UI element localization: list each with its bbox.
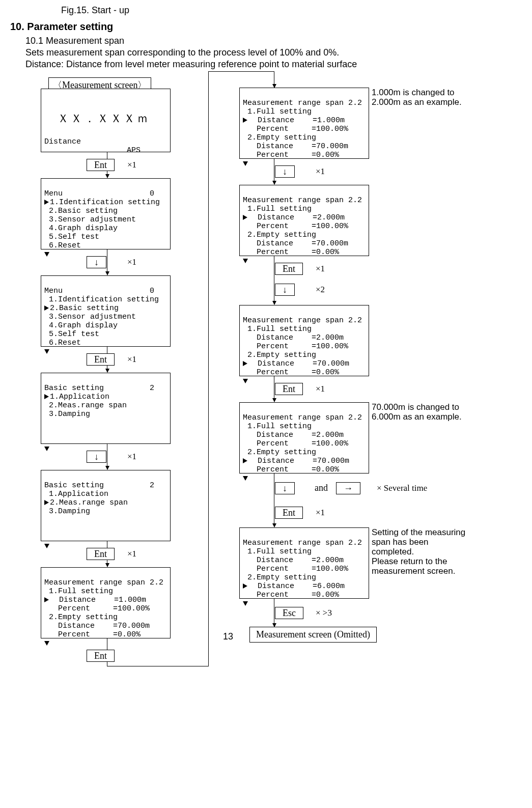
screen-line: Distance =70.000m xyxy=(248,457,349,465)
down-button[interactable]: ↓ xyxy=(275,165,295,178)
down-button[interactable]: ↓ xyxy=(275,284,295,296)
ent-button[interactable]: Ent xyxy=(275,263,303,275)
screen-line: 2.Empty setting xyxy=(247,133,316,142)
screen-line: 2.Empty setting xyxy=(49,613,118,622)
flow-diagram: 〈Measurement screen〉 ＸＸ．ＸＸＸｍ Distance AP… xyxy=(10,77,522,772)
flow-arrow xyxy=(274,473,274,527)
menu-item: 1.Identification setting xyxy=(50,198,160,207)
screen-line: 1.Full setting xyxy=(247,205,312,213)
down-indicator-icon xyxy=(243,379,248,383)
menu-item: 3.Sensor adjustment xyxy=(49,313,136,321)
screen-line: 1.Full setting xyxy=(247,107,312,116)
menu-item: 2.Basic setting xyxy=(49,207,118,215)
cursor-icon xyxy=(44,597,49,602)
ent-button[interactable]: Ent xyxy=(275,507,303,519)
screen-line: Percent =100.00% xyxy=(247,125,348,133)
menu-item: 1.Application xyxy=(50,393,109,401)
menu-item: 6.Reset xyxy=(49,339,81,347)
screen-line: Distance =1.000m xyxy=(50,596,146,604)
times-label: ×2 xyxy=(316,285,325,295)
menu-item: 1.Identification setting xyxy=(49,295,159,304)
screen-line: Percent =100.00% xyxy=(49,604,150,613)
screen-title: Measurement range span 2.2 xyxy=(243,539,362,547)
body-text: Sets measurement span corresponding to t… xyxy=(25,47,522,58)
flow-arrow xyxy=(107,444,107,469)
flow-arrow xyxy=(274,256,274,304)
span-screen: Measurement range span 2.2 1.Full settin… xyxy=(239,305,369,376)
down-indicator-icon xyxy=(243,161,248,166)
basic-setting-screen: Basic setting 2 1.Application 2.Meas.ran… xyxy=(41,470,171,541)
screen-line: 1.Full setting xyxy=(49,587,113,596)
ent-button[interactable]: Ent xyxy=(87,650,115,662)
menu-item: 4.Graph display xyxy=(49,321,118,330)
span-screen: Measurement range span 2.2 1.Full settin… xyxy=(239,185,369,256)
cursor-icon xyxy=(243,458,247,463)
distance-label: Distance xyxy=(44,137,81,146)
ent-button[interactable]: Ent xyxy=(87,548,115,560)
screen-line: Percent =0.00% xyxy=(247,368,339,377)
down-indicator-icon xyxy=(44,544,49,548)
screen-line: 2.Empty setting xyxy=(247,448,316,457)
cursor-icon xyxy=(243,215,247,220)
screen-line: 2.Empty setting xyxy=(247,231,316,239)
down-button[interactable]: ↓ xyxy=(275,482,295,494)
screen-line: 2.Empty setting xyxy=(247,351,316,359)
span-screen: Measurement range span 2.2 1.Full settin… xyxy=(239,88,369,159)
screen-line: 1.Full setting xyxy=(247,422,312,431)
menu-item: 2.Meas.range span xyxy=(50,498,128,507)
section-heading: 10. Parameter setting xyxy=(10,21,522,33)
ent-button[interactable]: Ent xyxy=(275,383,303,395)
times-label: ×1 xyxy=(127,354,136,365)
screen-title: Measurement range span 2.2 xyxy=(243,413,362,422)
times-label: ×1 xyxy=(127,160,136,170)
down-button[interactable]: ↓ xyxy=(87,451,106,463)
ent-button[interactable]: Ent xyxy=(87,159,115,171)
screen-line: Percent =0.00% xyxy=(247,465,339,474)
screen-line: Percent =100.00% xyxy=(247,222,348,231)
annotation: Setting of the measuring span has been c… xyxy=(372,527,465,576)
screen-title: Basic setting 2 xyxy=(44,481,154,490)
menu-item: 6.Reset xyxy=(49,241,81,250)
menu-item: 2.Basic setting xyxy=(50,304,119,313)
times-label: ×1 xyxy=(127,549,136,559)
span-screen: Measurement range span 2.2 1.Full settin… xyxy=(239,402,369,473)
flow-arrow xyxy=(274,159,274,184)
times-label: ×1 xyxy=(127,452,136,462)
down-indicator-icon xyxy=(243,476,248,481)
down-button[interactable]: ↓ xyxy=(87,256,106,268)
screen-title: Measurement range span 2.2 xyxy=(44,578,163,587)
menu-item: 3.Sensor adjustment xyxy=(49,215,136,224)
screen-line: Distance =6.000m xyxy=(248,582,345,591)
menu-item: 5.Self test xyxy=(49,233,99,241)
screen-title: Basic setting 2 xyxy=(44,384,154,393)
screen-line: Percent =0.00% xyxy=(49,630,141,639)
measurement-screen-omitted: Measurement screen (Omitted) xyxy=(249,627,377,643)
cursor-icon xyxy=(243,583,247,589)
flow-connector xyxy=(208,71,274,72)
right-button[interactable]: → xyxy=(336,482,360,494)
ent-button[interactable]: Ent xyxy=(87,353,115,366)
menu-item: 2.Meas.range span xyxy=(49,401,127,410)
screen-line: Distance =70.000m xyxy=(49,622,150,630)
distance-value: ＸＸ．ＸＸＸｍ xyxy=(44,112,150,125)
down-indicator-icon xyxy=(243,259,248,263)
down-indicator-icon xyxy=(44,349,49,354)
aps-label: APS xyxy=(44,146,141,155)
flow-arrow xyxy=(274,376,274,402)
basic-setting-screen: Basic setting 2 1.Application 2.Meas.ran… xyxy=(41,373,171,444)
menu-item: 3.Damping xyxy=(49,410,90,419)
times-label: × >3 xyxy=(316,608,332,618)
screen-line xyxy=(44,100,121,108)
screen-line: Distance =2.000m xyxy=(247,431,344,439)
and-label: and xyxy=(315,483,328,493)
down-indicator-icon xyxy=(243,601,248,606)
screen-line: 2.Empty setting xyxy=(247,573,316,582)
cursor-icon xyxy=(44,394,49,399)
menu-item: 1.Application xyxy=(49,490,108,498)
measurement-screen: ＸＸ．ＸＸＸｍ Distance APS xyxy=(41,89,171,152)
esc-button[interactable]: Esc xyxy=(275,607,303,619)
menu-item: 3.Damping xyxy=(49,507,90,516)
times-label: ×1 xyxy=(316,264,325,274)
times-label: ×1 xyxy=(316,508,325,518)
cursor-icon xyxy=(243,118,247,123)
